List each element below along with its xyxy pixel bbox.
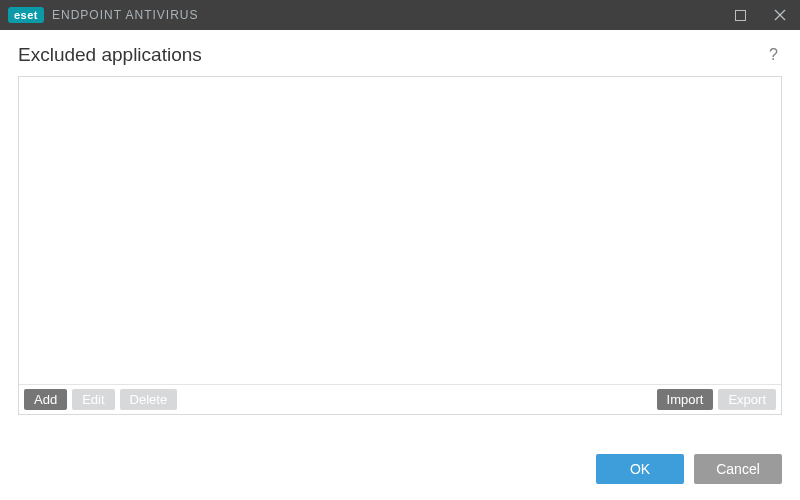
- cancel-button[interactable]: Cancel: [694, 454, 782, 484]
- titlebar: eset ENDPOINT ANTIVIRUS: [0, 0, 800, 30]
- edit-button: Edit: [72, 389, 114, 410]
- brand-text: ENDPOINT ANTIVIRUS: [52, 8, 198, 22]
- content-area: Excluded applications ? Add Edit Delete …: [0, 30, 800, 415]
- delete-button: Delete: [120, 389, 178, 410]
- import-button[interactable]: Import: [657, 389, 714, 410]
- page-title: Excluded applications: [18, 44, 202, 66]
- ok-button[interactable]: OK: [596, 454, 684, 484]
- header-row: Excluded applications ?: [18, 44, 782, 66]
- svg-rect-0: [735, 10, 745, 20]
- exclusions-panel: Add Edit Delete Import Export: [18, 76, 782, 415]
- close-icon[interactable]: [760, 0, 800, 30]
- exclusions-list[interactable]: [19, 77, 781, 384]
- action-bar: Add Edit Delete Import Export: [19, 384, 781, 414]
- maximize-icon[interactable]: [720, 0, 760, 30]
- add-button[interactable]: Add: [24, 389, 67, 410]
- export-button: Export: [718, 389, 776, 410]
- help-icon[interactable]: ?: [765, 44, 782, 66]
- footer: OK Cancel: [0, 440, 800, 500]
- brand-badge: eset: [8, 7, 44, 23]
